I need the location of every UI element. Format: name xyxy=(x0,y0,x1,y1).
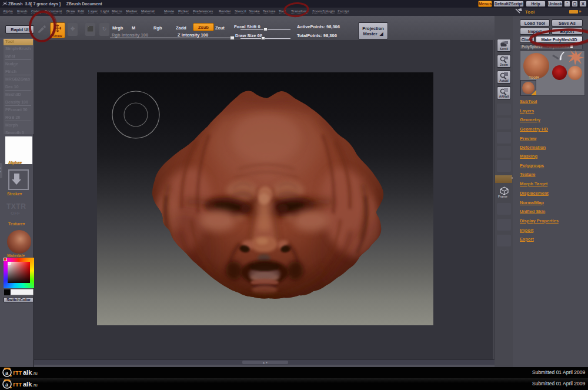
svg-text:.ru: .ru xyxy=(32,371,38,376)
svg-text:.ru: .ru xyxy=(32,382,38,388)
svg-text:alk: alk xyxy=(23,381,32,388)
svg-text:rтт: rтт xyxy=(13,369,22,376)
svg-text:a: a xyxy=(5,382,9,388)
svg-text:alk: alk xyxy=(23,369,32,376)
svg-text:a: a xyxy=(5,370,9,376)
svg-text:rтт: rтт xyxy=(13,381,22,388)
